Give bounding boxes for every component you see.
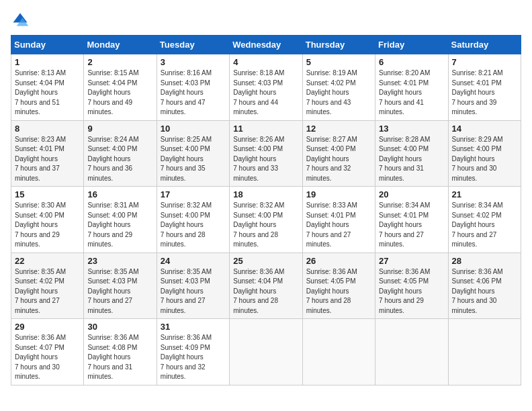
weekday-header-sunday: Sunday [11, 36, 84, 54]
day-number: 11 [233, 124, 298, 134]
day-info: Sunrise: 8:20 AMSunset: 4:01 PMDaylight … [379, 68, 444, 118]
calendar-day-20: 20Sunrise: 8:34 AMSunset: 4:01 PMDayligh… [375, 187, 448, 253]
calendar-empty [302, 319, 375, 385]
day-number: 30 [87, 322, 152, 332]
calendar-day-14: 14Sunrise: 8:29 AMSunset: 4:00 PMDayligh… [448, 120, 521, 187]
day-number: 7 [452, 57, 517, 67]
calendar-table: SundayMondayTuesdayWednesdayThursdayFrid… [11, 35, 521, 385]
calendar-day-6: 6Sunrise: 8:20 AMSunset: 4:01 PMDaylight… [375, 54, 448, 121]
logo [11, 11, 32, 30]
calendar-day-4: 4Sunrise: 8:18 AMSunset: 4:03 PMDaylight… [230, 54, 302, 121]
day-number: 31 [161, 322, 226, 332]
calendar-day-11: 11Sunrise: 8:26 AMSunset: 4:00 PMDayligh… [230, 120, 302, 187]
calendar-day-27: 27Sunrise: 8:36 AMSunset: 4:05 PMDayligh… [375, 253, 448, 319]
calendar-day-18: 18Sunrise: 8:32 AMSunset: 4:00 PMDayligh… [230, 187, 302, 253]
weekday-header-thursday: Thursday [302, 36, 375, 54]
day-info: Sunrise: 8:25 AMSunset: 4:00 PMDaylight … [161, 135, 226, 184]
day-info: Sunrise: 8:35 AMSunset: 4:02 PMDaylight … [15, 267, 80, 316]
calendar-day-26: 26Sunrise: 8:36 AMSunset: 4:05 PMDayligh… [302, 253, 375, 319]
calendar-day-13: 13Sunrise: 8:28 AMSunset: 4:00 PMDayligh… [375, 120, 448, 187]
day-info: Sunrise: 8:36 AMSunset: 4:08 PMDaylight … [87, 333, 152, 382]
day-number: 27 [379, 256, 444, 266]
day-info: Sunrise: 8:36 AMSunset: 4:07 PMDaylight … [15, 333, 80, 382]
weekday-header-wednesday: Wednesday [230, 36, 302, 54]
day-info: Sunrise: 8:27 AMSunset: 4:00 PMDaylight … [306, 135, 371, 184]
calendar-day-17: 17Sunrise: 8:32 AMSunset: 4:00 PMDayligh… [157, 187, 229, 253]
day-number: 24 [161, 256, 226, 266]
logo-icon [11, 11, 30, 30]
day-info: Sunrise: 8:29 AMSunset: 4:00 PMDaylight … [452, 135, 517, 184]
calendar-day-12: 12Sunrise: 8:27 AMSunset: 4:00 PMDayligh… [302, 120, 375, 187]
calendar-week-3: 15Sunrise: 8:30 AMSunset: 4:00 PMDayligh… [11, 187, 521, 253]
day-number: 25 [233, 256, 298, 266]
day-number: 19 [306, 189, 371, 199]
day-info: Sunrise: 8:26 AMSunset: 4:00 PMDaylight … [233, 135, 298, 184]
calendar-day-2: 2Sunrise: 8:15 AMSunset: 4:04 PMDaylight… [84, 54, 157, 121]
day-number: 1 [15, 57, 80, 67]
calendar-day-15: 15Sunrise: 8:30 AMSunset: 4:00 PMDayligh… [11, 187, 84, 253]
day-number: 12 [306, 124, 371, 134]
day-info: Sunrise: 8:19 AMSunset: 4:02 PMDaylight … [306, 68, 371, 118]
day-info: Sunrise: 8:31 AMSunset: 4:00 PMDaylight … [87, 201, 152, 250]
day-info: Sunrise: 8:33 AMSunset: 4:01 PMDaylight … [306, 201, 371, 250]
day-number: 23 [87, 256, 152, 266]
day-number: 5 [306, 57, 371, 67]
day-number: 17 [161, 189, 226, 199]
day-info: Sunrise: 8:21 AMSunset: 4:01 PMDaylight … [452, 68, 517, 118]
day-number: 22 [15, 256, 80, 266]
day-info: Sunrise: 8:16 AMSunset: 4:03 PMDaylight … [161, 68, 226, 118]
calendar-day-3: 3Sunrise: 8:16 AMSunset: 4:03 PMDaylight… [157, 54, 229, 121]
day-number: 13 [379, 124, 444, 134]
day-number: 4 [233, 57, 298, 67]
calendar-day-22: 22Sunrise: 8:35 AMSunset: 4:02 PMDayligh… [11, 253, 84, 319]
calendar-day-7: 7Sunrise: 8:21 AMSunset: 4:01 PMDaylight… [448, 54, 521, 121]
day-number: 16 [87, 189, 152, 199]
day-info: Sunrise: 8:36 AMSunset: 4:05 PMDaylight … [379, 267, 444, 316]
day-number: 9 [87, 124, 152, 134]
day-number: 2 [87, 57, 152, 67]
day-info: Sunrise: 8:34 AMSunset: 4:01 PMDaylight … [379, 201, 444, 250]
calendar-day-5: 5Sunrise: 8:19 AMSunset: 4:02 PMDaylight… [302, 54, 375, 121]
day-number: 21 [452, 189, 517, 199]
weekday-header-saturday: Saturday [448, 36, 521, 54]
calendar-empty [448, 319, 521, 385]
day-info: Sunrise: 8:28 AMSunset: 4:00 PMDaylight … [379, 135, 444, 184]
calendar-day-25: 25Sunrise: 8:36 AMSunset: 4:04 PMDayligh… [230, 253, 302, 319]
day-number: 3 [161, 57, 226, 67]
calendar-week-5: 29Sunrise: 8:36 AMSunset: 4:07 PMDayligh… [11, 319, 521, 385]
weekday-header-monday: Monday [84, 36, 157, 54]
calendar-empty [230, 319, 302, 385]
day-number: 28 [452, 256, 517, 266]
calendar-day-29: 29Sunrise: 8:36 AMSunset: 4:07 PMDayligh… [11, 319, 84, 385]
day-info: Sunrise: 8:36 AMSunset: 4:04 PMDaylight … [233, 267, 298, 316]
day-info: Sunrise: 8:32 AMSunset: 4:00 PMDaylight … [161, 201, 226, 250]
day-number: 18 [233, 189, 298, 199]
day-info: Sunrise: 8:15 AMSunset: 4:04 PMDaylight … [87, 68, 152, 118]
calendar-day-31: 31Sunrise: 8:36 AMSunset: 4:09 PMDayligh… [157, 319, 229, 385]
day-number: 14 [452, 124, 517, 134]
day-info: Sunrise: 8:34 AMSunset: 4:02 PMDaylight … [452, 201, 517, 250]
calendar-week-4: 22Sunrise: 8:35 AMSunset: 4:02 PMDayligh… [11, 253, 521, 319]
day-number: 29 [15, 322, 80, 332]
day-info: Sunrise: 8:30 AMSunset: 4:00 PMDaylight … [15, 201, 80, 250]
day-info: Sunrise: 8:36 AMSunset: 4:05 PMDaylight … [306, 267, 371, 316]
day-info: Sunrise: 8:36 AMSunset: 4:06 PMDaylight … [452, 267, 517, 316]
calendar-day-21: 21Sunrise: 8:34 AMSunset: 4:02 PMDayligh… [448, 187, 521, 253]
calendar-day-28: 28Sunrise: 8:36 AMSunset: 4:06 PMDayligh… [448, 253, 521, 319]
calendar-day-24: 24Sunrise: 8:35 AMSunset: 4:03 PMDayligh… [157, 253, 229, 319]
calendar-day-23: 23Sunrise: 8:35 AMSunset: 4:03 PMDayligh… [84, 253, 157, 319]
day-info: Sunrise: 8:18 AMSunset: 4:03 PMDaylight … [233, 68, 298, 118]
day-number: 15 [15, 189, 80, 199]
calendar-day-19: 19Sunrise: 8:33 AMSunset: 4:01 PMDayligh… [302, 187, 375, 253]
weekday-header-tuesday: Tuesday [157, 36, 229, 54]
day-info: Sunrise: 8:36 AMSunset: 4:09 PMDaylight … [161, 333, 226, 382]
calendar-day-9: 9Sunrise: 8:24 AMSunset: 4:00 PMDaylight… [84, 120, 157, 187]
day-info: Sunrise: 8:24 AMSunset: 4:00 PMDaylight … [87, 135, 152, 184]
day-number: 20 [379, 189, 444, 199]
day-info: Sunrise: 8:23 AMSunset: 4:01 PMDaylight … [15, 135, 80, 184]
day-number: 26 [306, 256, 371, 266]
calendar-day-10: 10Sunrise: 8:25 AMSunset: 4:00 PMDayligh… [157, 120, 229, 187]
weekday-header-row: SundayMondayTuesdayWednesdayThursdayFrid… [11, 36, 521, 54]
day-number: 10 [161, 124, 226, 134]
day-info: Sunrise: 8:35 AMSunset: 4:03 PMDaylight … [161, 267, 226, 316]
